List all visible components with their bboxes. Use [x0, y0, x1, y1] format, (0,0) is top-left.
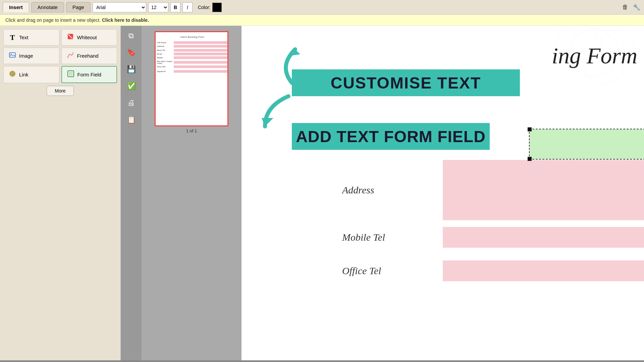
more-button[interactable]: More — [47, 86, 74, 96]
side-arrow — [255, 93, 299, 126]
info-text: Click and drag on page to insert a new o… — [5, 17, 101, 23]
wrench-icon[interactable]: 🔧 — [632, 3, 641, 12]
selected-field-content — [530, 129, 644, 159]
disable-link[interactable]: Click here to disable. — [102, 17, 149, 23]
insert-whiteout-label: Whiteout — [77, 35, 97, 40]
insert-panel: T Text Whiteout Image — [0, 26, 121, 360]
customise-text-banner: CUSTOMISE TEXT — [292, 69, 520, 96]
address-label: Address — [342, 184, 443, 196]
link-icon: 🔗 — [8, 70, 16, 79]
info-bar: Click and drag on page to insert a new o… — [0, 15, 644, 26]
image-icon — [8, 51, 16, 60]
freehand-icon — [66, 51, 74, 60]
color-label: Color: — [198, 5, 210, 10]
sidebar-check-icon[interactable]: ✅ — [124, 79, 139, 94]
svg-text:🔗: 🔗 — [10, 71, 15, 76]
main-toolbar: Insert Annotate Page Arial Times New Rom… — [0, 0, 644, 15]
page-thumb-content: Client Booking Form Full Name Address Bl… — [157, 34, 227, 124]
sidebar-pagecopy-icon[interactable]: 📋 — [124, 112, 139, 127]
insert-text-button[interactable]: T Text — [3, 29, 59, 46]
tab-page[interactable]: Page — [66, 2, 91, 12]
insert-formfield-label: Form Field — [77, 72, 102, 77]
insert-formfield-button[interactable]: Form Field — [61, 66, 117, 83]
bold-button[interactable]: B — [170, 2, 180, 12]
color-swatch[interactable] — [212, 3, 222, 12]
font-family-select[interactable]: Arial Times New Roman Georgia — [93, 2, 146, 12]
insert-image-button[interactable]: Image — [3, 48, 59, 64]
handle-bottom-left[interactable] — [528, 157, 532, 161]
svg-rect-2 — [9, 53, 15, 57]
whiteout-icon — [66, 33, 74, 42]
tab-insert[interactable]: Insert — [3, 2, 29, 12]
text-icon: T — [8, 33, 16, 42]
office-field[interactable] — [443, 260, 644, 281]
office-row: Office Tel — [275, 260, 644, 281]
thumbnail-area: Client Booking Form Full Name Address Bl… — [142, 26, 241, 360]
add-text-banner: ADD TEXT FORM FIELD — [292, 123, 490, 150]
mobile-row: Mobile Tel — [275, 227, 644, 248]
trash-icon[interactable]: 🗑 — [621, 3, 630, 12]
add-text-label: ADD TEXT FORM FIELD — [296, 127, 486, 146]
selected-field-outline[interactable] — [529, 129, 644, 160]
formfield-icon — [67, 70, 75, 79]
top-arrow — [268, 46, 312, 89]
sidebar: ⧉ 🔖 💾 ✅ 🖨 📋 — [121, 26, 142, 360]
customise-text-label: CUSTOMISE TEXT — [331, 74, 481, 92]
insert-image-label: Image — [19, 53, 33, 59]
mobile-label: Mobile Tel — [342, 232, 443, 243]
insert-freehand-button[interactable]: Freehand — [61, 48, 117, 64]
sidebar-copy-icon[interactable]: ⧉ — [124, 28, 139, 43]
content-area[interactable]: ing Form CUSTOMISE TEXT ADD TEXT FORM FI… — [241, 26, 644, 360]
svg-rect-7 — [69, 72, 73, 76]
page-number: 1 of 1 — [186, 128, 197, 133]
mobile-field[interactable] — [443, 227, 644, 248]
page-cursive-title: ing Form — [552, 43, 637, 69]
thumb-title: Client Booking Form — [157, 36, 227, 39]
address-field[interactable] — [443, 160, 644, 220]
insert-grid: T Text Whiteout Image — [3, 29, 117, 83]
address-row: Address — [275, 160, 644, 220]
sidebar-print-icon[interactable]: 🖨 — [124, 96, 139, 110]
tab-annotate[interactable]: Annotate — [31, 2, 64, 12]
sidebar-bookmark-icon[interactable]: 🔖 — [124, 45, 139, 60]
sidebar-save-icon[interactable]: 💾 — [124, 62, 139, 77]
insert-freehand-label: Freehand — [77, 53, 99, 59]
insert-whiteout-button[interactable]: Whiteout — [61, 29, 117, 46]
font-size-select[interactable]: 8 10 12 14 16 18 24 — [148, 2, 168, 12]
main-layout: T Text Whiteout Image — [0, 26, 644, 360]
page-thumbnail[interactable]: Client Booking Form Full Name Address Bl… — [155, 31, 228, 126]
insert-link-button[interactable]: 🔗 Link — [3, 66, 59, 83]
italic-button[interactable]: I — [182, 2, 193, 12]
office-label: Office Tel — [342, 265, 443, 277]
insert-text-label: Text — [19, 35, 29, 40]
insert-link-label: Link — [19, 72, 29, 77]
handle-top-left[interactable] — [528, 127, 532, 131]
